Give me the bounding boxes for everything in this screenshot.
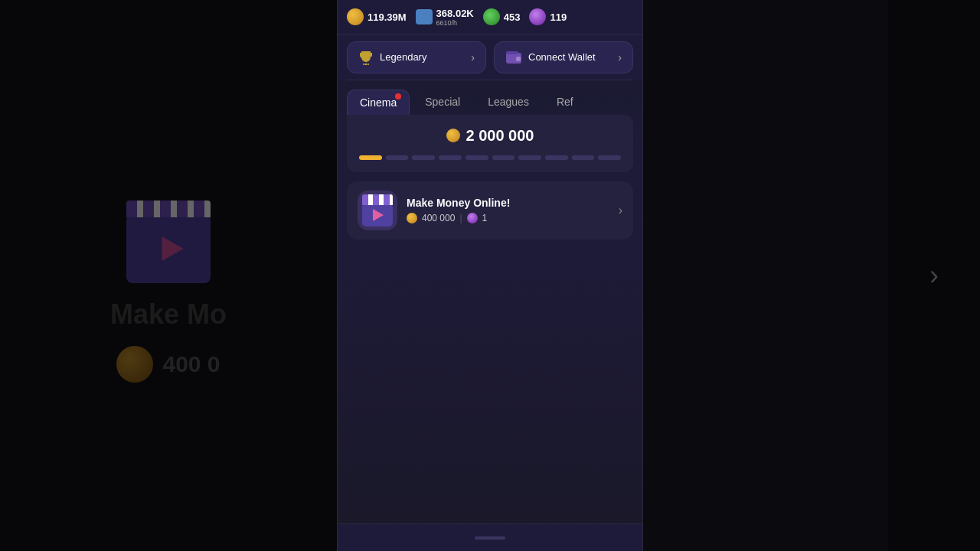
reward-gem-icon — [467, 213, 478, 223]
coin-icon — [347, 8, 364, 25]
main-panel: 119.39M 368.02K 6610/h 453 119 Legenda — [337, 0, 643, 551]
task-title: Make Money Online! — [407, 197, 609, 209]
box-value: 368.02K — [436, 8, 474, 20]
connect-wallet-label: Connect Wallet — [528, 51, 596, 63]
task-item[interactable]: Make Money Online! 400 000 | 1 › — [347, 181, 633, 240]
bg-title: Make Mo — [110, 298, 227, 331]
gem-icon — [529, 8, 546, 25]
tab-ref[interactable]: Ref — [544, 90, 586, 115]
task-rewards: 400 000 | 1 — [407, 213, 609, 223]
coin-value: 119.39M — [368, 11, 407, 23]
svg-rect-2 — [506, 51, 518, 54]
progress-segment-7 — [518, 155, 541, 160]
progress-segment-8 — [545, 155, 568, 160]
progress-segment-3 — [412, 155, 435, 160]
action-buttons-row: Legendary › Connect Wallet › — [338, 35, 642, 80]
progress-segment-10 — [598, 155, 621, 160]
progress-segment-4 — [439, 155, 462, 160]
task-chevron-icon: › — [619, 204, 622, 217]
cinema-tab-dot — [395, 93, 401, 99]
alien-stat: 453 — [483, 8, 521, 25]
task-icon-wrap — [358, 191, 397, 230]
svg-rect-1 — [516, 57, 521, 61]
trophy-icon — [358, 50, 374, 65]
reward-coin-icon — [407, 213, 417, 223]
coin-stat: 119.39M — [347, 8, 407, 25]
gem-stat: 119 — [529, 8, 567, 25]
progress-segment-5 — [466, 155, 488, 160]
background-left: Make Mo 400 0 — [0, 0, 337, 551]
legendary-button[interactable]: Legendary › — [347, 41, 486, 73]
progress-header: 2 000 000 — [359, 127, 621, 145]
tab-cinema[interactable]: Cinema — [347, 90, 410, 115]
bottom-handle — [475, 536, 505, 540]
progress-segment-9 — [572, 155, 595, 160]
progress-segment-1 — [359, 155, 382, 160]
tab-special[interactable]: Special — [413, 90, 472, 115]
progress-coin-icon — [446, 129, 460, 142]
progress-segment-2 — [386, 155, 409, 160]
connect-wallet-button[interactable]: Connect Wallet › — [494, 41, 633, 73]
legendary-label: Legendary — [380, 51, 426, 63]
right-arrow-icon: › — [929, 259, 939, 292]
alien-icon — [483, 8, 500, 25]
progress-bar — [359, 155, 621, 160]
reward-gem-value: 1 — [482, 213, 488, 223]
content-area: 2 000 000 — [338, 115, 642, 523]
bottom-bar — [338, 523, 642, 551]
box-stat: 368.02K 6610/h — [416, 8, 474, 27]
box-sub: 6610/h — [436, 20, 474, 27]
box-icon — [416, 9, 433, 24]
bg-coin-icon — [116, 346, 153, 383]
progress-value: 2 000 000 — [466, 127, 534, 145]
reward-coin-value: 400 000 — [422, 213, 455, 223]
wallet-chevron: › — [618, 51, 622, 64]
background-right: › — [888, 0, 980, 551]
wallet-icon — [505, 50, 522, 65]
progress-segment-6 — [492, 155, 515, 160]
gem-value: 119 — [550, 11, 567, 23]
reward-separator: | — [459, 213, 462, 223]
tabs-row: Cinema Special Leagues Ref — [338, 80, 642, 115]
clapper-icon — [361, 194, 394, 227]
progress-card: 2 000 000 — [347, 115, 633, 172]
box-value-stack: 368.02K 6610/h — [436, 8, 474, 27]
legendary-chevron: › — [471, 51, 475, 64]
stats-bar: 119.39M 368.02K 6610/h 453 119 — [338, 0, 642, 35]
task-info: Make Money Online! 400 000 | 1 — [407, 197, 609, 223]
alien-value: 453 — [504, 11, 521, 23]
bg-coin-value: 400 0 — [116, 346, 220, 383]
tab-leagues[interactable]: Leagues — [475, 90, 541, 115]
